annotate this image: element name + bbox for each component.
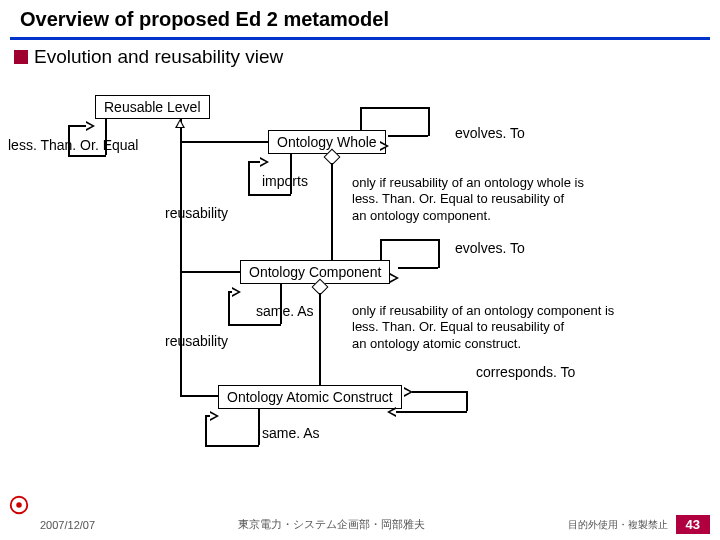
slide-title: Overview of proposed Ed 2 metamodel — [20, 8, 700, 31]
label-reusability-2: reusability — [165, 333, 228, 349]
arrow-icon — [232, 287, 241, 297]
line — [248, 194, 291, 196]
note-line: less. Than. Or. Equal to reusability of — [352, 191, 584, 207]
page-number: 43 — [676, 515, 710, 534]
title-area: Overview of proposed Ed 2 metamodel — [0, 0, 720, 35]
note-line: less. Than. Or. Equal to reusability of — [352, 319, 614, 335]
line — [228, 291, 230, 325]
bullet-icon — [14, 50, 28, 64]
line — [290, 154, 292, 194]
arrow-icon — [380, 141, 389, 151]
box-ontology-whole: Ontology Whole — [268, 130, 386, 154]
slide: Overview of proposed Ed 2 metamodel Evol… — [0, 0, 720, 540]
subtitle-row: Evolution and reusability view — [0, 46, 720, 68]
arrow-icon — [86, 121, 95, 131]
line — [412, 391, 466, 393]
line — [248, 161, 250, 195]
line — [180, 354, 182, 396]
line — [466, 391, 468, 411]
svg-point-1 — [16, 502, 22, 508]
line — [388, 135, 428, 137]
line — [398, 267, 438, 269]
line — [228, 324, 281, 326]
line — [380, 239, 439, 241]
line — [395, 411, 467, 413]
line — [68, 125, 86, 127]
line — [205, 445, 259, 447]
arrow-icon — [404, 387, 413, 397]
box-reusable-level: Reusable Level — [95, 95, 210, 119]
line — [180, 271, 240, 273]
footer-right: 目的外使用・複製禁止 — [568, 518, 668, 532]
title-rule — [10, 37, 710, 40]
box-ontology-atomic: Ontology Atomic Construct — [218, 385, 402, 409]
arrow-icon — [175, 119, 185, 128]
arrow-icon — [260, 157, 269, 167]
arrow-icon — [390, 273, 399, 283]
label-sameas-2: same. As — [262, 425, 320, 441]
label-reusability-1: reusability — [165, 205, 228, 221]
line — [205, 415, 207, 446]
box-ontology-component: Ontology Component — [240, 260, 390, 284]
line — [68, 155, 106, 157]
footer: 2007/12/07 東京電力・システム企画部・岡部雅夫 目的外使用・複製禁止 … — [0, 515, 720, 534]
arrow-icon — [210, 411, 219, 421]
footer-date: 2007/12/07 — [40, 519, 95, 531]
note-1: only if reusability of an ontology whole… — [352, 175, 584, 224]
line — [105, 119, 107, 155]
line — [319, 293, 321, 385]
line — [68, 125, 70, 156]
line — [258, 409, 260, 445]
diagram: Reusable Level less. Than. Or. Equal Ont… — [0, 95, 720, 495]
note-line: only if reusability of an ontology compo… — [352, 303, 614, 319]
logo-icon — [8, 494, 30, 516]
subtitle: Evolution and reusability view — [34, 46, 283, 68]
line — [280, 284, 282, 324]
arrow-icon — [387, 407, 396, 417]
label-evolvesto-2: evolves. To — [455, 240, 525, 256]
note-line: an ontology atomic construct. — [352, 336, 614, 352]
label-evolvesto-1: evolves. To — [455, 125, 525, 141]
label-lessthanorequal: less. Than. Or. Equal — [8, 137, 138, 153]
label-sameas-1: same. As — [256, 303, 314, 319]
line — [180, 141, 268, 143]
line — [331, 163, 333, 260]
line — [428, 107, 430, 136]
line — [360, 107, 362, 130]
line — [360, 107, 429, 109]
note-2: only if reusability of an ontology compo… — [352, 303, 614, 352]
line — [180, 395, 218, 397]
line — [380, 239, 382, 260]
footer-center: 東京電力・システム企画部・岡部雅夫 — [95, 517, 567, 532]
label-correspondsto: corresponds. To — [476, 364, 575, 380]
note-line: an ontology component. — [352, 208, 584, 224]
line — [438, 239, 440, 268]
note-line: only if reusability of an ontology whole… — [352, 175, 584, 191]
label-imports: imports — [262, 173, 308, 189]
